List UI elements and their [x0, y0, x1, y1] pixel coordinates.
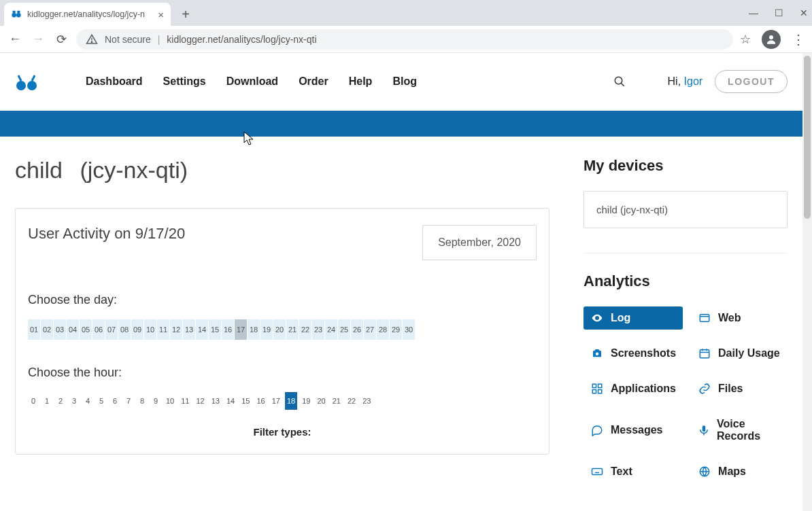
day-01[interactable]: 01: [28, 319, 41, 340]
day-04[interactable]: 04: [67, 319, 80, 340]
bookmark-star-icon[interactable]: ☆: [740, 32, 751, 47]
hour-11[interactable]: 11: [179, 392, 191, 410]
hour-4[interactable]: 4: [82, 392, 93, 410]
day-25[interactable]: 25: [338, 319, 351, 340]
nav-order[interactable]: Order: [299, 75, 328, 88]
day-15[interactable]: 15: [209, 319, 222, 340]
analytics-daily-usage[interactable]: Daily Usage: [691, 342, 788, 365]
analytics-files[interactable]: Files: [691, 377, 788, 400]
day-13[interactable]: 13: [183, 319, 196, 340]
day-29[interactable]: 29: [390, 319, 403, 340]
nav-blog[interactable]: Blog: [392, 75, 417, 88]
chat-icon: [590, 424, 604, 436]
hour-1[interactable]: 1: [41, 392, 52, 410]
day-12[interactable]: 12: [170, 319, 183, 340]
eye-icon: [590, 312, 604, 324]
day-26[interactable]: 26: [351, 319, 364, 340]
site-logo-icon[interactable]: [15, 72, 38, 91]
day-09[interactable]: 09: [131, 319, 144, 340]
hour-21[interactable]: 21: [331, 392, 343, 410]
analytics-maps[interactable]: Maps: [691, 460, 788, 483]
hour-9[interactable]: 9: [150, 392, 161, 410]
analytics-applications[interactable]: Applications: [583, 377, 683, 400]
logout-button[interactable]: LOGOUT: [715, 70, 788, 93]
day-03[interactable]: 03: [54, 319, 67, 340]
day-10[interactable]: 10: [144, 319, 157, 340]
browser-tab[interactable]: kidlogger.net/analitycs/log/jcy-n ×: [4, 3, 171, 26]
day-18[interactable]: 18: [248, 319, 260, 340]
hour-22[interactable]: 22: [345, 392, 358, 410]
day-06[interactable]: 06: [92, 319, 105, 340]
vertical-scrollbar[interactable]: [802, 53, 812, 511]
hour-12[interactable]: 12: [194, 392, 207, 410]
browser-menu-icon[interactable]: ⋮: [792, 31, 805, 48]
nav-back-button[interactable]: ←: [7, 31, 23, 48]
device-selector[interactable]: child (jcy-nx-qti): [583, 191, 788, 228]
day-19[interactable]: 19: [260, 319, 273, 340]
day-16[interactable]: 16: [222, 319, 235, 340]
analytics-web[interactable]: Web: [691, 306, 788, 330]
window-minimize-icon[interactable]: —: [749, 7, 758, 18]
hour-14[interactable]: 14: [224, 392, 237, 410]
day-17[interactable]: 17: [235, 319, 248, 340]
new-tab-button[interactable]: +: [176, 5, 195, 24]
day-23[interactable]: 23: [312, 319, 325, 340]
main-nav: DashboardSettingsDownloadOrderHelpBlog: [86, 75, 417, 88]
hour-2[interactable]: 2: [55, 392, 66, 410]
hour-13[interactable]: 13: [209, 392, 222, 410]
hour-19[interactable]: 19: [300, 392, 312, 410]
day-05[interactable]: 05: [80, 319, 92, 340]
nav-help[interactable]: Help: [349, 75, 373, 88]
hour-7[interactable]: 7: [123, 392, 134, 410]
hour-15[interactable]: 15: [239, 392, 252, 410]
analytics-log[interactable]: Log: [583, 306, 683, 330]
day-02[interactable]: 02: [41, 319, 54, 340]
hour-17[interactable]: 17: [270, 392, 282, 410]
analytics-text[interactable]: Text: [583, 460, 683, 483]
scrollbar-thumb[interactable]: [804, 56, 811, 219]
day-28[interactable]: 28: [377, 319, 390, 340]
svg-rect-19: [598, 384, 602, 387]
hour-6[interactable]: 6: [109, 392, 120, 410]
url-input[interactable]: Not secure | kidlogger.net/analitycs/log…: [76, 29, 733, 50]
hour-23[interactable]: 23: [360, 392, 373, 410]
window-close-icon[interactable]: ✕: [800, 7, 808, 18]
file-link-icon: [698, 383, 711, 395]
day-14[interactable]: 14: [196, 319, 209, 340]
hour-8[interactable]: 8: [137, 392, 148, 410]
nav-dashboard[interactable]: Dashboard: [86, 75, 143, 88]
day-24[interactable]: 24: [325, 319, 338, 340]
apps-icon: [590, 383, 604, 395]
username-link[interactable]: Igor: [684, 75, 703, 87]
hour-3[interactable]: 3: [69, 392, 80, 410]
analytics-messages[interactable]: Messages: [583, 412, 683, 448]
day-22[interactable]: 22: [299, 319, 312, 340]
profile-avatar-icon[interactable]: [762, 30, 781, 49]
analytics-title: Analytics: [583, 272, 788, 290]
day-11[interactable]: 11: [157, 319, 170, 340]
hour-0[interactable]: 0: [28, 392, 39, 410]
hour-10[interactable]: 10: [164, 392, 176, 410]
nav-download[interactable]: Download: [226, 75, 278, 88]
day-30[interactable]: 30: [403, 319, 416, 340]
hour-18[interactable]: 18: [285, 392, 297, 410]
hour-20[interactable]: 20: [316, 392, 328, 410]
month-selector[interactable]: September, 2020: [422, 225, 537, 260]
analytics-screenshots[interactable]: Screenshots: [583, 342, 683, 365]
search-icon[interactable]: [613, 75, 626, 88]
day-20[interactable]: 20: [273, 319, 286, 340]
hour-16[interactable]: 16: [255, 392, 267, 410]
analytics-voice-records[interactable]: Voice Records: [691, 412, 788, 448]
day-08[interactable]: 08: [118, 319, 131, 340]
day-21[interactable]: 21: [286, 319, 299, 340]
day-27[interactable]: 27: [364, 319, 377, 340]
tab-close-icon[interactable]: ×: [158, 9, 164, 20]
nav-forward-button[interactable]: →: [30, 31, 46, 48]
sidebar: My devices child (jcy-nx-qti) Analytics …: [583, 157, 788, 483]
day-07[interactable]: 07: [105, 319, 118, 340]
window-maximize-icon[interactable]: ☐: [775, 7, 783, 18]
hour-5[interactable]: 5: [96, 392, 107, 410]
analytics-item-label: Daily Usage: [718, 347, 780, 359]
nav-settings[interactable]: Settings: [163, 75, 206, 88]
nav-reload-button[interactable]: ⟳: [53, 31, 69, 48]
